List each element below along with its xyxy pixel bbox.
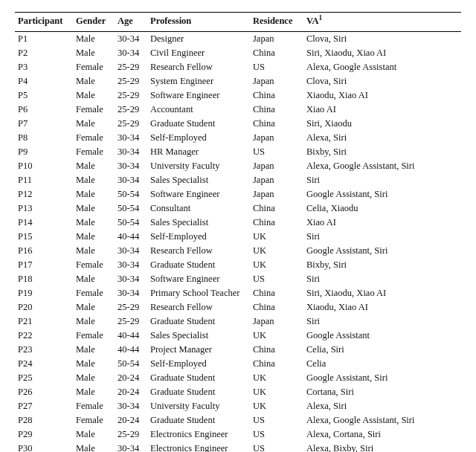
cell-participant: P27: [15, 399, 73, 413]
cell-participant: P12: [15, 187, 73, 201]
cell-age: 30-34: [115, 286, 147, 300]
cell-va: Siri, Xiaodu: [303, 117, 461, 131]
col-va-label: VA: [306, 16, 318, 26]
cell-participant: P16: [15, 244, 73, 258]
cell-gender: Female: [73, 413, 115, 427]
cell-profession: Designer: [147, 32, 250, 47]
cell-age: 50-54: [115, 201, 147, 216]
cell-participant: P6: [15, 103, 73, 117]
cell-age: 20-24: [115, 413, 147, 427]
cell-va: Alexa, Siri: [303, 399, 461, 413]
cell-age: 30-34: [115, 442, 147, 452]
table-body: P1Male30-34DesignerJapanClova, SiriP2Mal…: [15, 32, 461, 453]
cell-residence: UK: [250, 258, 303, 272]
cell-residence: UK: [250, 371, 303, 385]
cell-va: Siri: [303, 314, 461, 329]
cell-gender: Female: [73, 286, 115, 300]
cell-profession: Sales Specialist: [147, 216, 250, 230]
cell-gender: Female: [73, 399, 115, 413]
table-row: P27Female30-34University FacultyUKAlexa,…: [15, 399, 461, 413]
table-row: P23Male40-44Project ManagerChinaCelia, S…: [15, 343, 461, 357]
col-residence: Residence: [250, 13, 303, 32]
table-row: P29Male25-29Electronics EngineerUSAlexa,…: [15, 427, 461, 442]
cell-gender: Male: [73, 272, 115, 286]
cell-residence: China: [250, 103, 303, 117]
cell-participant: P21: [15, 314, 73, 329]
cell-gender: Male: [73, 46, 115, 60]
table-row: P2Male30-34Civil EngineerChinaSiri, Xiao…: [15, 46, 461, 60]
table-header-row: Participant Gender Age Profession Reside…: [15, 13, 461, 32]
cell-va: Xiao AI: [303, 216, 461, 230]
cell-participant: P15: [15, 230, 73, 244]
cell-gender: Male: [73, 244, 115, 258]
cell-age: 20-24: [115, 385, 147, 399]
cell-va: Alexa, Google Assistant, Siri: [303, 413, 461, 427]
cell-gender: Male: [73, 230, 115, 244]
cell-age: 25-29: [115, 103, 147, 117]
cell-gender: Male: [73, 371, 115, 385]
cell-residence: UK: [250, 329, 303, 343]
cell-age: 20-24: [115, 371, 147, 385]
cell-residence: China: [250, 201, 303, 216]
table-row: P3Female25-29Research FellowUSAlexa, Goo…: [15, 60, 461, 74]
table-row: P22Female40-44Sales SpecialistUKGoogle A…: [15, 329, 461, 343]
table-row: P16Male30-34Research FellowUKGoogle Assi…: [15, 244, 461, 258]
cell-va: Celia, Siri: [303, 343, 461, 357]
cell-va: Alexa, Cortana, Siri: [303, 427, 461, 442]
cell-gender: Female: [73, 131, 115, 145]
cell-participant: P9: [15, 145, 73, 159]
cell-profession: Research Fellow: [147, 300, 250, 314]
cell-participant: P23: [15, 343, 73, 357]
cell-profession: Software Engineer: [147, 88, 250, 103]
cell-participant: P2: [15, 46, 73, 60]
cell-profession: Accountant: [147, 103, 250, 117]
cell-age: 25-29: [115, 314, 147, 329]
cell-va: Google Assistant, Siri: [303, 187, 461, 201]
cell-age: 50-54: [115, 187, 147, 201]
cell-participant: P30: [15, 442, 73, 452]
cell-age: 25-29: [115, 117, 147, 131]
cell-age: 30-34: [115, 272, 147, 286]
cell-gender: Male: [73, 343, 115, 357]
table-row: P11Male30-34Sales SpecialistJapanSiri: [15, 173, 461, 187]
cell-profession: Self-Employed: [147, 357, 250, 371]
cell-profession: Civil Engineer: [147, 46, 250, 60]
cell-va: Alexa, Google Assistant, Siri: [303, 159, 461, 173]
cell-residence: Japan: [250, 173, 303, 187]
cell-profession: HR Manager: [147, 145, 250, 159]
cell-age: 30-34: [115, 399, 147, 413]
cell-va: Bixby, Siri: [303, 258, 461, 272]
cell-profession: Graduate Student: [147, 385, 250, 399]
cell-participant: P22: [15, 329, 73, 343]
cell-participant: P18: [15, 272, 73, 286]
cell-gender: Male: [73, 442, 115, 452]
cell-gender: Male: [73, 201, 115, 216]
cell-participant: P5: [15, 88, 73, 103]
cell-gender: Male: [73, 117, 115, 131]
cell-age: 30-34: [115, 46, 147, 60]
col-va: VA1: [303, 13, 461, 32]
cell-age: 25-29: [115, 427, 147, 442]
cell-residence: China: [250, 117, 303, 131]
cell-va: Xiaodu, Xiao AI: [303, 300, 461, 314]
table-row: P10Male30-34University FacultyJapanAlexa…: [15, 159, 461, 173]
cell-gender: Male: [73, 187, 115, 201]
cell-profession: Research Fellow: [147, 60, 250, 74]
cell-participant: P20: [15, 300, 73, 314]
cell-participant: P3: [15, 60, 73, 74]
cell-participant: P7: [15, 117, 73, 131]
cell-gender: Female: [73, 329, 115, 343]
cell-age: 30-34: [115, 32, 147, 47]
cell-residence: US: [250, 60, 303, 74]
table-row: P17Female30-34Graduate StudentUKBixby, S…: [15, 258, 461, 272]
cell-gender: Male: [73, 159, 115, 173]
cell-va: Cortana, Siri: [303, 385, 461, 399]
cell-va: Alexa, Google Assistant: [303, 60, 461, 74]
cell-residence: China: [250, 300, 303, 314]
col-age: Age: [115, 13, 147, 32]
cell-residence: China: [250, 88, 303, 103]
cell-profession: Electronics Engineer: [147, 427, 250, 442]
table-row: P25Male20-24Graduate StudentUKGoogle Ass…: [15, 371, 461, 385]
cell-residence: US: [250, 145, 303, 159]
cell-profession: Consultant: [147, 201, 250, 216]
